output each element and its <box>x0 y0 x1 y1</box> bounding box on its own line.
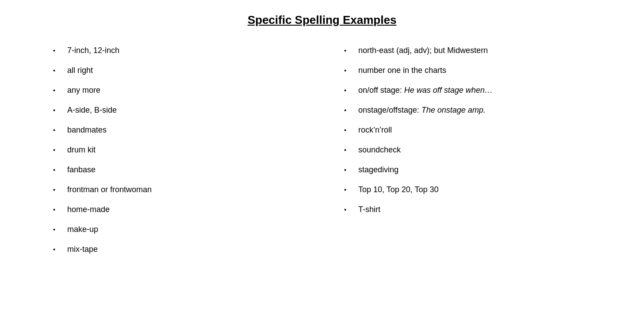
list-item: ▪ north-east (adj, adv); but Midwestern <box>344 45 600 57</box>
bullet-icon: ▪ <box>53 185 62 194</box>
item-text: make-up <box>67 224 309 235</box>
item-text: stagediving <box>358 164 600 176</box>
bullet-icon: ▪ <box>53 106 62 115</box>
bullet-icon: ▪ <box>344 66 353 75</box>
list-item: ▪ make-up <box>53 224 309 235</box>
list-item: ▪ 7-inch, 12-inch <box>53 45 309 57</box>
page-title: Specific Spelling Examples <box>248 13 397 27</box>
page-container: Specific Spelling Examples ▪ 7-inch, 12-… <box>0 0 644 334</box>
content-columns: ▪ 7-inch, 12-inch ▪ all right ▪ any more… <box>35 45 609 263</box>
item-text: rock’n’roll <box>358 124 600 136</box>
bullet-icon: ▪ <box>344 205 353 214</box>
list-item: ▪ rock’n’roll <box>344 124 600 136</box>
bullet-icon: ▪ <box>344 86 353 95</box>
item-text: onstage/offstage: The onstage amp. <box>358 104 600 116</box>
list-item: ▪ soundcheck <box>344 144 600 156</box>
list-item: ▪ bandmates <box>53 124 309 136</box>
list-item: ▪ onstage/offstage: The onstage amp. <box>344 104 600 116</box>
bullet-icon: ▪ <box>344 165 353 175</box>
title-container: Specific Spelling Examples <box>35 13 609 27</box>
item-text: mix-tape <box>67 243 309 255</box>
bullet-icon: ▪ <box>344 106 353 115</box>
item-text: soundcheck <box>358 144 600 156</box>
item-text: on/off stage: He was off stage when… <box>358 84 600 96</box>
item-text: north-east (adj, adv); but Midwestern <box>358 45 600 57</box>
list-item: ▪ A-side, B-side <box>53 104 309 116</box>
bullet-icon: ▪ <box>344 145 353 155</box>
item-text: home-made <box>67 204 309 216</box>
left-column: ▪ 7-inch, 12-inch ▪ all right ▪ any more… <box>35 45 318 263</box>
item-text: all right <box>67 65 309 76</box>
list-item: ▪ T-shirt <box>344 204 600 216</box>
list-item: ▪ fanbase <box>53 164 309 176</box>
bullet-icon: ▪ <box>53 66 62 75</box>
list-item: ▪ number one in the charts <box>344 65 600 76</box>
item-text: T-shirt <box>358 204 600 216</box>
list-item: ▪ drum kit <box>53 144 309 156</box>
list-item: ▪ all right <box>53 65 309 76</box>
right-column: ▪ north-east (adj, adv); but Midwestern … <box>318 45 609 263</box>
item-text: any more <box>67 84 309 96</box>
bullet-icon: ▪ <box>53 225 62 234</box>
list-item: ▪ home-made <box>53 204 309 216</box>
bullet-icon: ▪ <box>53 245 62 254</box>
list-item: ▪ on/off stage: He was off stage when… <box>344 84 600 96</box>
bullet-icon: ▪ <box>53 125 62 135</box>
item-text: Top 10, Top 20, Top 30 <box>358 184 600 196</box>
item-text: fanbase <box>67 164 309 176</box>
bullet-icon: ▪ <box>344 185 353 194</box>
bullet-icon: ▪ <box>344 125 353 135</box>
list-item: ▪ stagediving <box>344 164 600 176</box>
list-item: ▪ mix-tape <box>53 243 309 255</box>
list-item: ▪ Top 10, Top 20, Top 30 <box>344 184 600 196</box>
right-list: ▪ north-east (adj, adv); but Midwestern … <box>344 45 600 216</box>
item-text: bandmates <box>67 124 309 136</box>
list-item: ▪ frontman or frontwoman <box>53 184 309 196</box>
bullet-icon: ▪ <box>344 46 353 55</box>
bullet-icon: ▪ <box>53 165 62 175</box>
left-list: ▪ 7-inch, 12-inch ▪ all right ▪ any more… <box>53 45 309 255</box>
item-text: 7-inch, 12-inch <box>67 45 309 57</box>
bullet-icon: ▪ <box>53 145 62 155</box>
bullet-icon: ▪ <box>53 205 62 214</box>
item-text: A-side, B-side <box>67 104 309 116</box>
item-text: drum kit <box>67 144 309 156</box>
list-item: ▪ any more <box>53 84 309 96</box>
item-text: number one in the charts <box>358 65 600 76</box>
bullet-icon: ▪ <box>53 86 62 95</box>
item-text: frontman or frontwoman <box>67 184 309 196</box>
bullet-icon: ▪ <box>53 46 62 55</box>
